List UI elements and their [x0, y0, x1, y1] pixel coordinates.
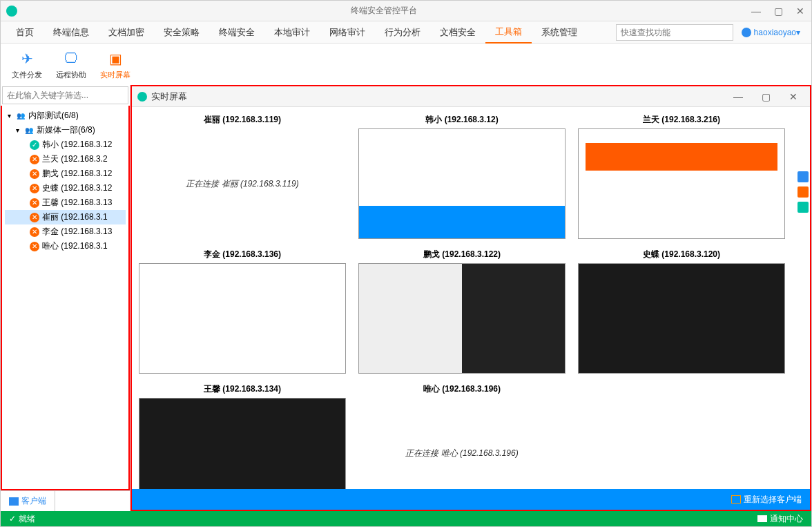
- user-name: haoxiaoyao: [754, 28, 796, 37]
- maximize-button[interactable]: ▢: [767, 1, 789, 21]
- tool-remote-assist[interactable]: 🖵 远程协助: [50, 46, 92, 83]
- status-err-icon: ✕: [30, 213, 39, 222]
- function-search-input[interactable]: [616, 24, 733, 41]
- dialog-close-button[interactable]: ✕: [782, 86, 804, 107]
- sidebar: ▾ 👥 内部测试(6/8) ▾ 👥 新媒体一部(6/8) ✓韩小 (192.16…: [1, 85, 130, 511]
- statusbar: ✓ 就绪 通知中心: [1, 511, 811, 526]
- tree-client[interactable]: ✕兰天 (192.168.3.2: [5, 152, 126, 166]
- status-err-icon: ✕: [30, 155, 39, 164]
- client-tree: ▾ 👥 内部测试(6/8) ▾ 👥 新媒体一部(6/8) ✓韩小 (192.16…: [1, 106, 130, 490]
- status-err-icon: ✕: [30, 184, 39, 193]
- notification-center[interactable]: 通知中心: [757, 513, 803, 525]
- tree-root[interactable]: ▾ 👥 内部测试(6/8): [5, 108, 126, 123]
- menu-sys-manage[interactable]: 系统管理: [532, 22, 587, 43]
- screen-thumbnail[interactable]: [578, 263, 785, 374]
- connecting-text: 正在连接 唯心 (192.168.3.196): [358, 398, 566, 489]
- monitor-icon: [9, 497, 19, 506]
- tree-client[interactable]: ✓韩小 (192.168.3.12: [5, 137, 126, 152]
- reselect-clients-button[interactable]: 重新选择客户端: [731, 494, 802, 506]
- menu-terminal-info[interactable]: 终端信息: [44, 22, 99, 43]
- menu-behavior[interactable]: 行为分析: [375, 22, 430, 43]
- dialog-bottom-bar: 重新选择客户端: [132, 489, 810, 510]
- tree-client[interactable]: ✕李金 (192.168.3.13: [5, 224, 126, 239]
- dialog-title: 实时屏幕: [151, 90, 727, 103]
- screen-item[interactable]: 唯心 (192.168.3.196) 正在连接 唯心 (192.168.3.19…: [358, 381, 566, 489]
- close-button[interactable]: ✕: [789, 1, 811, 21]
- sidebar-tabs: 客户端: [1, 490, 130, 511]
- screens-grid: 崔丽 (192.168.3.119) 正在连接 崔丽 (192.168.3.11…: [132, 107, 810, 489]
- dialog-controls: — ▢ ✕: [727, 86, 804, 107]
- user-dropdown-icon: ▾: [796, 28, 800, 37]
- screen-thumbnail[interactable]: [139, 263, 346, 374]
- collapse-icon[interactable]: ▾: [16, 126, 24, 134]
- screen-item[interactable]: 王馨 (192.168.3.134): [139, 381, 346, 489]
- status-ok-icon: ✓: [30, 140, 39, 150]
- group-icon: 👥: [16, 111, 26, 121]
- tree-group[interactable]: ▾ 👥 新媒体一部(6/8): [5, 123, 126, 137]
- status-left: ✓ 就绪: [9, 513, 35, 525]
- menubar: 首页 终端信息 文档加密 安全策略 终端安全 本地审计 网络审计 行为分析 文档…: [1, 21, 811, 44]
- screen-item[interactable]: 史蝶 (192.168.3.120): [578, 246, 785, 374]
- screen-thumbnail[interactable]: [578, 128, 785, 239]
- sidebar-tab-clients[interactable]: 客户端: [1, 491, 55, 511]
- status-err-icon: ✕: [30, 242, 39, 251]
- tool-file-distribute[interactable]: ✈ 文件分发: [6, 46, 48, 83]
- dialog-minimize-button[interactable]: —: [727, 86, 749, 107]
- menu-toolbox[interactable]: 工具箱: [485, 21, 532, 44]
- sidebar-filter-input[interactable]: [2, 86, 128, 104]
- user-info[interactable]: haoxiaoyao ▾: [742, 28, 800, 37]
- titlebar: 终端安全管控平台 — ▢ ✕: [1, 1, 811, 21]
- tree-client[interactable]: ✕王馨 (192.168.3.13: [5, 195, 126, 210]
- menu-local-audit[interactable]: 本地审计: [264, 22, 320, 43]
- status-text: 就绪: [19, 513, 35, 525]
- content-area: ▾ 👥 内部测试(6/8) ▾ 👥 新媒体一部(6/8) ✓韩小 (192.16…: [1, 85, 811, 511]
- screen-thumbnail[interactable]: [358, 128, 566, 239]
- strip-icon[interactable]: [798, 171, 809, 182]
- send-icon: ✈: [16, 49, 38, 68]
- dialog-icon: [137, 92, 147, 102]
- screen-thumbnail[interactable]: [358, 263, 566, 374]
- right-toolbar: [798, 171, 810, 213]
- screen-icon: ▣: [104, 49, 126, 68]
- tree-client[interactable]: ✕史蝶 (192.168.3.12: [5, 181, 126, 195]
- user-icon: [742, 28, 751, 37]
- connecting-text: 正在连接 崔丽 (192.168.3.119): [139, 128, 346, 239]
- strip-icon[interactable]: [798, 202, 809, 213]
- dialog-maximize-button[interactable]: ▢: [755, 86, 777, 107]
- main-window: 终端安全管控平台 — ▢ ✕ 首页 终端信息 文档加密 安全策略 终端安全 本地…: [0, 0, 812, 527]
- menu-terminal-security[interactable]: 终端安全: [209, 22, 264, 43]
- tree-client[interactable]: ✕崔丽 (192.168.3.1: [5, 210, 126, 224]
- menu-network-audit[interactable]: 网络审计: [320, 22, 375, 43]
- menu-doc-security[interactable]: 文档安全: [430, 22, 485, 43]
- toolbar: ✈ 文件分发 🖵 远程协助 ▣ 实时屏幕: [1, 44, 811, 85]
- window-title: 终端安全管控平台: [23, 5, 745, 17]
- window-controls: — ▢ ✕: [745, 1, 811, 21]
- mail-icon: [757, 515, 767, 522]
- screen-item[interactable]: 鹏戈 (192.168.3.122): [358, 246, 566, 374]
- check-icon: ✓: [9, 514, 16, 524]
- monitor-icon: 🖵: [60, 49, 82, 68]
- screen-item[interactable]: 崔丽 (192.168.3.119) 正在连接 崔丽 (192.168.3.11…: [139, 111, 346, 239]
- screen-item[interactable]: 韩小 (192.168.3.12): [358, 111, 566, 239]
- status-err-icon: ✕: [30, 227, 39, 237]
- dialog-header: 实时屏幕 — ▢ ✕: [132, 86, 810, 107]
- tool-realtime-screen[interactable]: ▣ 实时屏幕: [95, 46, 136, 83]
- screen-item[interactable]: 李金 (192.168.3.136): [139, 246, 346, 374]
- minimize-button[interactable]: —: [745, 1, 767, 21]
- menu-security-policy[interactable]: 安全策略: [154, 22, 209, 43]
- screen-item[interactable]: 兰天 (192.168.3.216): [578, 111, 785, 239]
- status-err-icon: ✕: [30, 169, 39, 179]
- realtime-screen-dialog: 实时屏幕 — ▢ ✕ 崔丽 (192.168.3.119) 正在连接 崔丽 (1…: [130, 85, 811, 511]
- menu-home[interactable]: 首页: [6, 22, 44, 43]
- menu-doc-encrypt[interactable]: 文档加密: [99, 22, 154, 43]
- strip-icon[interactable]: [798, 186, 809, 198]
- group-icon: 👥: [24, 126, 34, 135]
- collapse-icon[interactable]: ▾: [8, 112, 16, 119]
- monitor-icon: [731, 495, 741, 504]
- app-icon: [6, 6, 17, 17]
- screen-thumbnail[interactable]: [139, 398, 346, 489]
- tree-client[interactable]: ✕鹏戈 (192.168.3.12: [5, 166, 126, 181]
- status-err-icon: ✕: [30, 198, 39, 208]
- tree-client[interactable]: ✕唯心 (192.168.3.1: [5, 239, 126, 253]
